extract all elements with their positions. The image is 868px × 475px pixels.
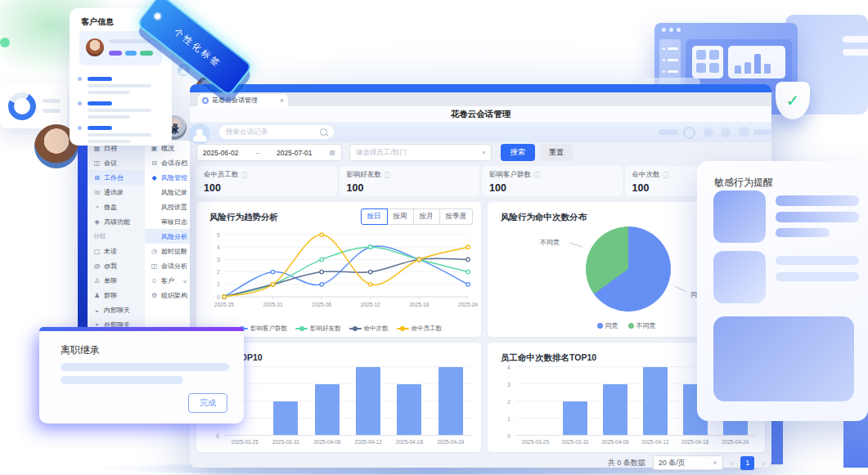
legend-label: 影响好友数: [310, 325, 341, 333]
tag-chip: [140, 51, 153, 56]
page-size-select[interactable]: 20 条/页 ∨: [653, 455, 723, 470]
sidebar-item-风控设置[interactable]: 风控设置: [145, 199, 190, 214]
ghost-action-icon[interactable]: [739, 127, 749, 137]
info-icon[interactable]: ⓘ: [533, 171, 540, 180]
nav-label: 工作台: [104, 173, 124, 182]
x-tick-label: 2025-03-25: [515, 439, 555, 445]
card-title: 离职继承: [61, 343, 100, 357]
sidebar-item-风险管控[interactable]: ◆风险管控∨: [145, 170, 190, 185]
sidebar-item-会话存档[interactable]: ⊟会话存档∨: [145, 155, 190, 170]
legend-item[interactable]: 影响好友数: [295, 325, 341, 333]
ghost-action-icon[interactable]: [683, 127, 695, 139]
trend-panel: 风险行为趋势分析 按日按周按月按季度 0123452025-252025-312…: [196, 202, 481, 337]
search-input[interactable]: 搜索会话记录: [219, 125, 334, 139]
pie-leader-line: [675, 286, 687, 293]
ghost-action-icon[interactable]: [721, 128, 731, 137]
nav-label: 风控设置: [161, 203, 187, 212]
legend-dot: [597, 323, 603, 329]
browser-tabstrip: 花卷云会话管理 ×: [190, 92, 771, 106]
workbench-icon: ⊞: [93, 174, 101, 181]
date-start: 2025-06-02: [203, 149, 238, 157]
internal-chat-icon: ◒: [93, 307, 101, 314]
nav-label: 风险管控: [161, 173, 187, 182]
tab-按月[interactable]: 按月: [413, 208, 440, 225]
sidebar-item-单聊[interactable]: ♙单聊: [88, 273, 145, 288]
sidebar-item-群聊[interactable]: ♟群聊: [88, 288, 145, 302]
stat-card: 影响好友数ⓘ100: [340, 166, 480, 196]
sidebar-item-审核日志[interactable]: 审核日志: [145, 214, 190, 229]
tab-close-icon[interactable]: ×: [280, 96, 284, 105]
date-range-input[interactable]: 2025-06-02 – 2025-07-01 ▦: [196, 144, 342, 161]
sidebar-item-微盘[interactable]: ◔微盘: [88, 199, 145, 214]
card-title: 客户信息: [81, 16, 114, 28]
total-count: 共 0 条数据: [608, 458, 645, 468]
main-window: 花卷云会话管理 × 花卷云会话管理 搜索会话记录 2025-06-02: [190, 84, 771, 468]
sidebar-item-工作台[interactable]: ⊞工作台: [88, 170, 145, 185]
nav-label: 审核日志: [161, 217, 187, 226]
sidebar-item-客户[interactable]: ☺客户∨: [145, 273, 190, 288]
browser-tab[interactable]: 花卷云会话管理 ×: [198, 94, 288, 106]
sidebar-item-通讯录[interactable]: ☏通讯录: [88, 185, 145, 199]
secondary-nav: ▣概况⊟会话存档∨◆风险管控∨风险记录风控设置审核日志风险分析◷超时提醒∨◫会话…: [145, 141, 190, 353]
legend-item[interactable]: 命中员工数: [397, 325, 443, 333]
prev-page-button[interactable]: ‹: [731, 458, 734, 468]
customer-summary: [79, 31, 162, 65]
search-button[interactable]: 搜索: [501, 144, 535, 161]
sidebar-item-风险记录[interactable]: 风险记录: [145, 185, 190, 199]
page-number[interactable]: 1: [740, 456, 754, 470]
org-icon: ⚙: [151, 292, 158, 299]
legend-item[interactable]: 命中次数: [349, 325, 389, 333]
nav-label: 客户: [161, 276, 174, 285]
nav-label: 通讯录: [104, 188, 124, 197]
svg-text:1: 1: [217, 281, 220, 287]
stat-card: 命中员工数ⓘ100: [196, 166, 337, 196]
svg-text:2025-06: 2025-06: [312, 302, 331, 307]
x-tick-label: 2025-04-24: [430, 439, 471, 445]
sidebar-item-内部聊天[interactable]: ◒内部聊天: [88, 302, 145, 317]
mention-icon: @: [93, 262, 101, 270]
card-title: 敏感行为提醒: [714, 176, 773, 190]
svg-text:2025-24: 2025-24: [458, 302, 478, 307]
bar: [348, 367, 389, 435]
panel-title: 风险行为趋势分析: [209, 212, 278, 223]
sidebar-item-风险分析[interactable]: 风险分析: [145, 229, 190, 244]
next-page-button[interactable]: ›: [762, 458, 765, 468]
legend-marker: [349, 328, 362, 330]
info-icon[interactable]: ⓘ: [384, 171, 390, 180]
tab-按日[interactable]: 按日: [361, 208, 388, 225]
sidebar-item-@我[interactable]: @@我: [88, 258, 145, 273]
advanced-icon: ◈: [93, 218, 101, 226]
tab-按周[interactable]: 按周: [387, 208, 414, 225]
info-icon[interactable]: ⓘ: [663, 171, 669, 180]
nav-group-label: 分组: [88, 229, 145, 244]
ghost-action-icon[interactable]: [704, 128, 713, 137]
sidebar-item-组织架构[interactable]: ⚙组织架构∨: [145, 288, 190, 302]
legend-item[interactable]: 同意: [597, 321, 618, 330]
single-chat-icon: ♙: [93, 277, 101, 285]
nav-label: 会话存档: [161, 159, 187, 168]
nav-label: 内部聊天: [104, 306, 130, 315]
sidebar-item-超时提醒[interactable]: ◷超时提醒∨: [145, 244, 190, 258]
sidebar-item-会议[interactable]: ◫会议: [88, 155, 145, 170]
info-icon[interactable]: ⓘ: [241, 171, 248, 180]
reset-button[interactable]: 重置: [540, 144, 573, 161]
trend-period-tabs: 按日按周按月按季度: [362, 208, 474, 225]
sidebar-item-未读[interactable]: ▢未读: [88, 244, 145, 258]
legend-marker: [397, 328, 409, 330]
stat-card: 影响客户群数ⓘ100: [482, 166, 623, 196]
text-bar: [776, 195, 859, 206]
tab-按季度[interactable]: 按季度: [439, 208, 474, 225]
bar: [265, 367, 306, 435]
meeting-icon: ◫: [93, 159, 101, 167]
done-button[interactable]: 完成: [188, 393, 227, 413]
user-placeholder-icon: [189, 123, 210, 145]
legend-item[interactable]: 不同意: [628, 321, 656, 330]
user-placeholder-icon: [178, 64, 190, 76]
timeout-icon: ◷: [151, 248, 158, 255]
customer-icon: ☺: [151, 277, 158, 285]
pie-leader-line: [569, 243, 582, 248]
staff-select[interactable]: 请选择员工/部门 ▾: [349, 144, 492, 161]
nav-label: 高级功能: [104, 217, 130, 226]
sidebar-item-会话分析[interactable]: ◫会话分析∨: [145, 258, 190, 273]
sidebar-item-高级功能[interactable]: ◈高级功能: [88, 214, 145, 229]
